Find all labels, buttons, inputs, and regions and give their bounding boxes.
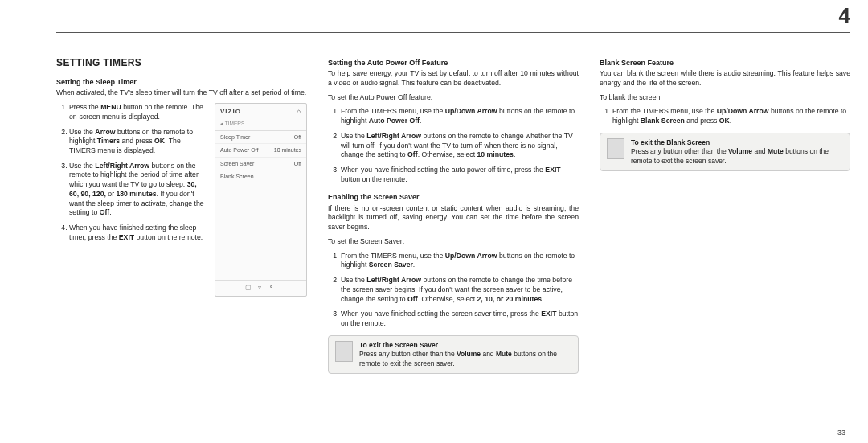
- header-rule: [56, 32, 850, 33]
- sleep-timer-heading: Setting the Sleep Timer: [56, 77, 307, 87]
- sleep-timer-intro: When activated, the TV's sleep timer wil…: [56, 88, 307, 98]
- column-1: SETTING TIMERS Setting the Sleep Timer W…: [56, 56, 307, 427]
- exit-blank-screen-note: To exit the Blank Screen Press any butto…: [600, 133, 850, 171]
- osd-brand: VIZIO: [220, 108, 241, 117]
- osd-row: Auto Power Off10 minutes: [215, 144, 306, 157]
- blank-screen-lead: To blank the screen:: [600, 93, 850, 103]
- auto-power-off-heading: Setting the Auto Power Off Feature: [328, 58, 579, 68]
- home-icon: ⌂: [297, 108, 301, 117]
- step: Use the Left/Right Arrow buttons on the …: [341, 132, 579, 160]
- step: When you have finished setting the auto …: [341, 166, 579, 184]
- exit-screen-saver-note: To exit the Screen Saver Press any butto…: [328, 335, 579, 374]
- screen-saver-heading: Enabling the Screen Saver: [328, 192, 579, 202]
- step: When you have finished setting the scree…: [341, 310, 579, 328]
- column-2: Setting the Auto Power Off Feature To he…: [328, 56, 579, 427]
- step: Use the Left/Right Arrow buttons on the …: [341, 276, 579, 304]
- osd-row: Blank Screen: [215, 170, 306, 183]
- screen-saver-lead: To set the Screen Saver:: [328, 237, 579, 247]
- page-body: SETTING TIMERS Setting the Sleep Timer W…: [56, 56, 850, 427]
- step: From the TIMERS menu, use the Up/Down Ar…: [341, 107, 579, 125]
- auto-power-off-steps: From the TIMERS menu, use the Up/Down Ar…: [328, 107, 579, 184]
- step: Use the Left/Right Arrow buttons on the …: [69, 162, 207, 218]
- auto-power-off-intro: To help save energy, your TV is set by d…: [328, 69, 579, 88]
- section-title: SETTING TIMERS: [56, 56, 307, 69]
- chapter-number: 4: [839, 3, 850, 28]
- step: From the TIMERS menu, use the Up/Down Ar…: [612, 107, 850, 125]
- sleep-timer-steps: Press the MENU button on the remote. The…: [56, 103, 207, 243]
- step: Press the MENU button on the remote. The…: [69, 103, 207, 121]
- screen-saver-steps: From the TIMERS menu, use the Up/Down Ar…: [328, 252, 579, 329]
- note-thumbnail: [335, 341, 353, 362]
- osd-menu: VIZIO ⌂ ◂ TIMERS Sleep TimerOff Auto Pow…: [215, 103, 307, 297]
- blank-screen-steps: From the TIMERS menu, use the Up/Down Ar…: [600, 107, 850, 125]
- note-thumbnail: [607, 138, 624, 159]
- note-heading: To exit the Blank Screen: [631, 138, 843, 147]
- osd-footer-icons: ▢ ▿ ⚬: [215, 280, 306, 296]
- step: When you have finished setting the sleep…: [69, 224, 207, 242]
- auto-power-off-lead: To set the Auto Power Off feature:: [328, 93, 579, 103]
- osd-row: Sleep TimerOff: [215, 131, 306, 144]
- page-number: 33: [837, 429, 845, 437]
- blank-screen-intro: You can blank the screen while there is …: [600, 69, 850, 88]
- screen-saver-intro: If there is no on-screen content or stat…: [328, 204, 579, 232]
- note-heading: To exit the Screen Saver: [359, 341, 571, 350]
- column-3: Blank Screen Feature You can blank the s…: [600, 56, 850, 427]
- osd-header: VIZIO ⌂: [215, 104, 306, 119]
- osd-row: Screen SaverOff: [215, 158, 306, 170]
- step: Use the Arrow buttons on the remote to h…: [69, 128, 207, 156]
- osd-breadcrumb: ◂ TIMERS: [215, 119, 306, 131]
- blank-screen-heading: Blank Screen Feature: [600, 58, 850, 68]
- step: From the TIMERS menu, use the Up/Down Ar…: [341, 252, 579, 270]
